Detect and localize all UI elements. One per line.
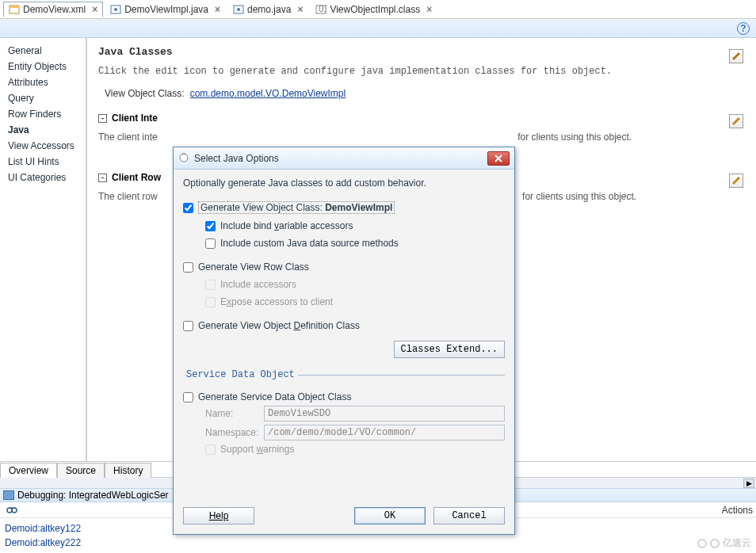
editor-tabs: DemoView.xml × DemoViewImpl.java × demo.… <box>0 0 756 19</box>
generate-definition-class-label: Generate View Object Definition Class <box>198 320 360 331</box>
view-object-class-label: View Object Class: <box>105 88 184 99</box>
java-file-icon <box>233 4 244 15</box>
tab-demoview-xml[interactable]: DemoView.xml × <box>3 2 103 17</box>
sidebar-item-general[interactable]: General <box>0 43 86 59</box>
include-bind-variable-row: Include bind variable accessors <box>183 220 505 231</box>
close-icon[interactable]: × <box>423 4 432 15</box>
sdo-namespace-label: Namespace: <box>205 427 258 438</box>
page-title: Java Classes <box>98 46 173 58</box>
svg-line-11 <box>733 177 739 184</box>
close-icon[interactable]: × <box>89 4 97 15</box>
svg-point-3 <box>114 8 117 11</box>
edit-client-row-button[interactable] <box>729 174 743 188</box>
dialog-title: Select Java Options <box>194 153 279 164</box>
include-bind-variable-checkbox[interactable] <box>205 221 216 231</box>
editor-toolbar-strip: ? <box>0 19 756 38</box>
generate-sdo-class-checkbox[interactable] <box>183 392 193 402</box>
include-accessors-row: Include accessors <box>183 279 505 290</box>
actions-label[interactable]: Actions <box>722 505 756 516</box>
sdo-namespace-field <box>264 425 505 440</box>
generate-view-object-class-label: Generate View Object Class: DemoViewImpl <box>198 201 395 214</box>
page-description: Click the edit icon to generate and conf… <box>98 66 743 77</box>
generate-definition-class-row: Generate View Object Definition Class <box>183 320 505 331</box>
sidebar-item-attributes[interactable]: Attributes <box>0 74 86 90</box>
subtab-overview[interactable]: Overview <box>0 463 57 478</box>
sidebar-item-ui-categories[interactable]: UI Categories <box>0 170 86 185</box>
classes-extend-button[interactable]: Classes Extend... <box>394 341 505 358</box>
tab-label: DemoView.xml <box>23 4 86 15</box>
view-object-class-link[interactable]: com.demo.model.VO.DemoViewImpl <box>190 88 346 99</box>
section-desc: The client inte for clients using this o… <box>98 132 743 143</box>
include-custom-java-checkbox[interactable] <box>205 238 216 249</box>
java-file-icon <box>110 4 121 15</box>
generate-view-object-class-checkbox[interactable] <box>183 203 193 213</box>
dialog-body: Optionally generate Java classes to add … <box>174 170 514 501</box>
sidebar-item-query[interactable]: Query <box>0 90 86 106</box>
help-icon[interactable]: ? <box>737 22 750 35</box>
expose-accessors-label: Expose accessors to client <box>220 296 333 307</box>
svg-text:01: 01 <box>319 4 326 14</box>
support-warnings-label: Support warnings <box>220 444 294 455</box>
sdo-name-row: Name: <box>205 406 505 421</box>
help-button[interactable]: Help <box>183 507 254 524</box>
generate-view-row-class-checkbox[interactable] <box>183 262 193 273</box>
select-java-options-dialog: Select Java Options Optionally generate … <box>173 147 515 535</box>
side-nav: General Entity Objects Attributes Query … <box>0 38 87 461</box>
generate-view-object-class-row: Generate View Object Class: DemoViewImpl <box>183 201 505 214</box>
close-icon[interactable]: × <box>212 4 220 15</box>
svg-line-9 <box>733 53 739 59</box>
sidebar-item-row-finders[interactable]: Row Finders <box>0 106 86 122</box>
generate-sdo-class-label: Generate Service Data Object Class <box>198 391 351 402</box>
section-title-client-row: Client Row <box>112 172 161 183</box>
support-warnings-row: Support warnings <box>183 444 505 455</box>
find-icon[interactable] <box>5 504 19 517</box>
edit-java-classes-button[interactable] <box>729 49 743 63</box>
tab-label: ViewObjectImpl.class <box>330 4 420 15</box>
sidebar-item-entity-objects[interactable]: Entity Objects <box>0 59 86 74</box>
edit-client-interface-button[interactable] <box>729 114 743 128</box>
sdo-legend: Service Data Object <box>183 369 298 380</box>
expose-accessors-row: Expose accessors to client <box>183 296 505 307</box>
cancel-button[interactable]: Cancel <box>433 507 505 524</box>
log-line: Demoid:altkey222 <box>5 536 751 550</box>
svg-point-12 <box>7 508 12 513</box>
support-warnings-checkbox <box>205 444 216 455</box>
debug-icon <box>3 490 14 500</box>
sdo-name-field <box>264 406 505 421</box>
collapse-toggle[interactable]: - <box>98 114 107 123</box>
ok-button[interactable]: OK <box>354 507 426 524</box>
sidebar-item-list-ui-hints[interactable]: List UI Hints <box>0 154 86 170</box>
expose-accessors-checkbox <box>205 297 216 307</box>
sdo-name-label: Name: <box>205 408 258 419</box>
section-title-client-interface: Client Inte <box>112 113 158 124</box>
dialog-icon <box>178 151 189 165</box>
tab-viewobjectimpl-class[interactable]: 01 ViewObjectImpl.class × <box>310 2 437 17</box>
sidebar-item-java[interactable]: Java <box>0 122 86 138</box>
sidebar-item-view-accessors[interactable]: View Accessors <box>0 138 86 154</box>
service-data-object-group: Service Data Object Generate Service Dat… <box>183 369 505 458</box>
class-file-icon: 01 <box>315 4 326 15</box>
scroll-right-icon[interactable]: ▶ <box>743 479 754 488</box>
subtab-source[interactable]: Source <box>57 463 105 478</box>
svg-point-5 <box>237 8 240 11</box>
dialog-footer: Help OK Cancel <box>174 501 514 534</box>
svg-line-10 <box>733 118 739 124</box>
svg-point-13 <box>12 508 17 513</box>
dialog-close-button[interactable] <box>487 151 510 166</box>
generate-definition-class-checkbox[interactable] <box>183 321 193 331</box>
subtab-history[interactable]: History <box>105 463 151 478</box>
tab-label: demo.java <box>247 4 291 15</box>
collapse-toggle[interactable]: - <box>98 174 107 182</box>
svg-rect-1 <box>10 6 19 8</box>
close-icon[interactable]: × <box>294 4 303 15</box>
generate-view-row-class-row: Generate View Row Class <box>183 261 505 273</box>
tab-demoviewimpl-java[interactable]: DemoViewImpl.java × <box>105 2 226 17</box>
include-accessors-checkbox <box>205 280 216 290</box>
tab-demo-java[interactable]: demo.java × <box>227 2 308 17</box>
include-accessors-label: Include accessors <box>220 279 296 290</box>
generate-view-row-class-label: Generate View Row Class <box>198 261 309 273</box>
dialog-title-bar[interactable]: Select Java Options <box>174 147 514 170</box>
svg-point-15 <box>180 154 188 162</box>
include-custom-java-label: Include custom Java data source methods <box>220 238 399 249</box>
xml-file-icon <box>9 4 20 15</box>
